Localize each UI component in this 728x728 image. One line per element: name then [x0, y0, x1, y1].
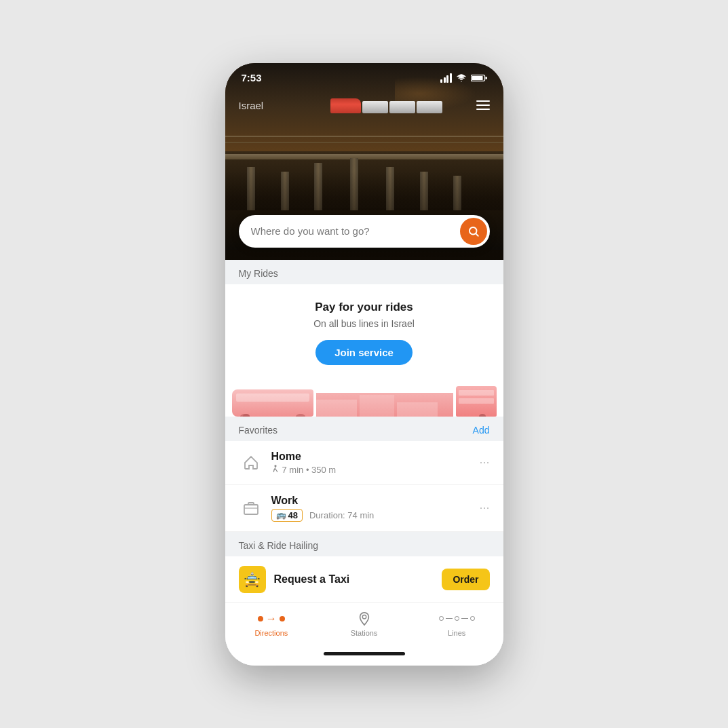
battery-icon: [471, 74, 487, 82]
search-container: [239, 215, 490, 248]
lines-label: Lines: [448, 629, 465, 637]
search-bar: [239, 215, 490, 248]
taxi-section-header: Taxi & Ride Hailing: [225, 532, 503, 556]
rides-title: Pay for your rides: [239, 301, 490, 314]
status-bar: 7:53: [225, 63, 503, 93]
directions-label: Directions: [254, 629, 288, 637]
lines-dots-icon: [439, 616, 475, 621]
home-bar: [225, 643, 503, 666]
status-time: 7:53: [242, 72, 262, 83]
hamburger-line-3: [476, 109, 490, 110]
favorite-item-work[interactable]: Work 🚌 48 Duration: 74 min ···: [225, 485, 503, 532]
status-icons: [440, 73, 487, 83]
illustration-train: [232, 389, 313, 417]
header-location: Israel: [239, 100, 264, 111]
rides-subtitle: On all bus lines in Israel: [239, 318, 490, 329]
rides-card: Pay for your rides On all bus lines in I…: [225, 284, 503, 417]
rides-illustration: [239, 376, 490, 417]
nav-item-stations[interactable]: Stations: [318, 611, 410, 637]
home-more-button[interactable]: ···: [479, 455, 489, 470]
lines-icon: [448, 611, 465, 626]
taxi-avatar-icon: 🚖: [239, 566, 266, 593]
signal-bars-icon: [440, 73, 452, 83]
work-detail: 🚌 48 Duration: 74 min: [271, 509, 480, 522]
header-overlay: Israel: [225, 93, 503, 118]
svg-point-5: [274, 465, 276, 467]
work-name: Work: [271, 495, 480, 507]
content-area: My Rides Pay for your rides On all bus l…: [225, 260, 503, 666]
directions-icon: →: [263, 611, 280, 626]
route-badge: 🚌 48: [271, 509, 303, 522]
svg-rect-6: [244, 505, 258, 514]
favorites-section-header: Favorites Add: [225, 417, 503, 441]
work-icon: [239, 496, 263, 520]
stations-icon: [356, 611, 373, 626]
search-input[interactable]: [251, 225, 460, 237]
taxi-left: 🚖 Request a Taxi: [239, 566, 350, 593]
join-service-button[interactable]: Join service: [315, 340, 413, 365]
hamburger-line-1: [476, 100, 490, 102]
directions-dots: →: [258, 613, 285, 625]
svg-rect-2: [485, 77, 487, 79]
work-more-button[interactable]: ···: [479, 501, 489, 515]
home-bar-indicator: [324, 652, 405, 655]
bottom-navigation: → Directions Stations: [225, 602, 503, 643]
taxi-card: 🚖 Request a Taxi Order: [225, 556, 503, 602]
add-favorite-button[interactable]: Add: [473, 425, 490, 436]
nav-item-directions[interactable]: → Directions: [225, 611, 318, 637]
wifi-icon: [456, 74, 467, 82]
stations-label: Stations: [351, 629, 378, 637]
home-name: Home: [271, 451, 480, 463]
home-info: Home 7 min • 350 m: [271, 451, 480, 475]
illustration-bus: [456, 386, 497, 417]
order-taxi-button[interactable]: Order: [442, 569, 489, 590]
search-icon: [467, 225, 480, 237]
svg-point-8: [362, 615, 366, 619]
svg-rect-1: [472, 76, 482, 80]
work-info: Work 🚌 48 Duration: 74 min: [271, 495, 480, 522]
taxi-title: Request a Taxi: [274, 573, 350, 586]
hero-section: 7:53 Israel: [225, 63, 503, 260]
hamburger-menu-button[interactable]: [476, 100, 490, 110]
favorite-item-home[interactable]: Home 7 min • 350 m ···: [225, 441, 503, 485]
home-detail: 7 min • 350 m: [271, 465, 480, 475]
favorites-label: Favorites: [239, 425, 278, 436]
bus-icon-small: 🚌: [276, 510, 286, 520]
illustration-buildings: [316, 393, 453, 417]
favorites-card: Home 7 min • 350 m ···: [225, 441, 503, 532]
my-rides-header: My Rides: [225, 260, 503, 284]
nav-item-lines[interactable]: Lines: [410, 611, 503, 637]
svg-line-4: [476, 233, 478, 235]
walk-icon: [271, 465, 280, 474]
bridge-deck: [225, 154, 503, 159]
hamburger-line-2: [476, 104, 490, 106]
phone-frame: 7:53 Israel: [225, 63, 503, 666]
home-icon: [239, 451, 263, 475]
search-button[interactable]: [460, 218, 487, 245]
